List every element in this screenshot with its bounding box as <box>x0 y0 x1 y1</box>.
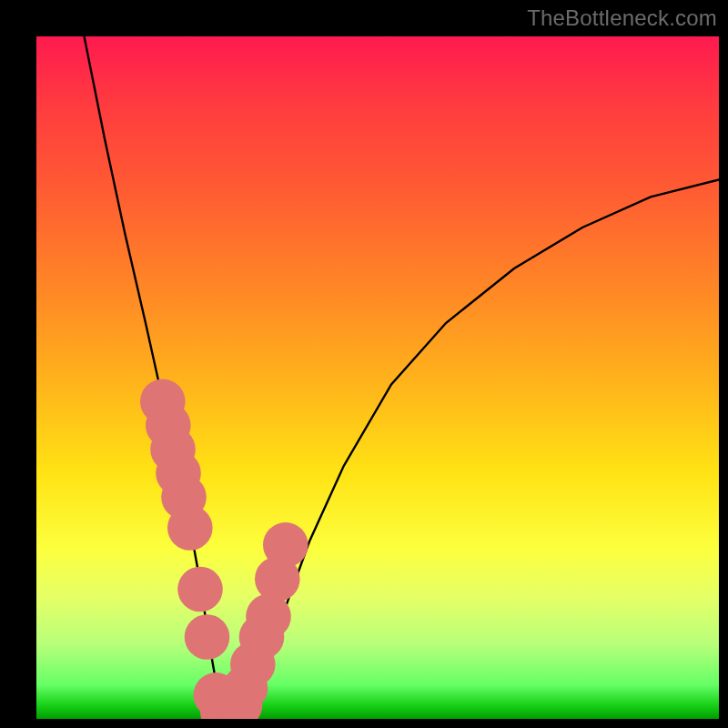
curve-svg <box>36 36 719 719</box>
plot-area <box>36 36 719 719</box>
marker-dot <box>246 594 291 640</box>
bottleneck-curve <box>85 36 720 717</box>
marker-dot <box>185 614 230 660</box>
marker-dot <box>263 522 308 568</box>
chart-frame: TheBottleneck.com <box>0 0 728 728</box>
marker-dot <box>167 505 213 551</box>
marker-dot <box>177 567 223 612</box>
watermark-text: TheBottleneck.com <box>527 5 717 31</box>
marker-dot-group <box>140 379 308 720</box>
